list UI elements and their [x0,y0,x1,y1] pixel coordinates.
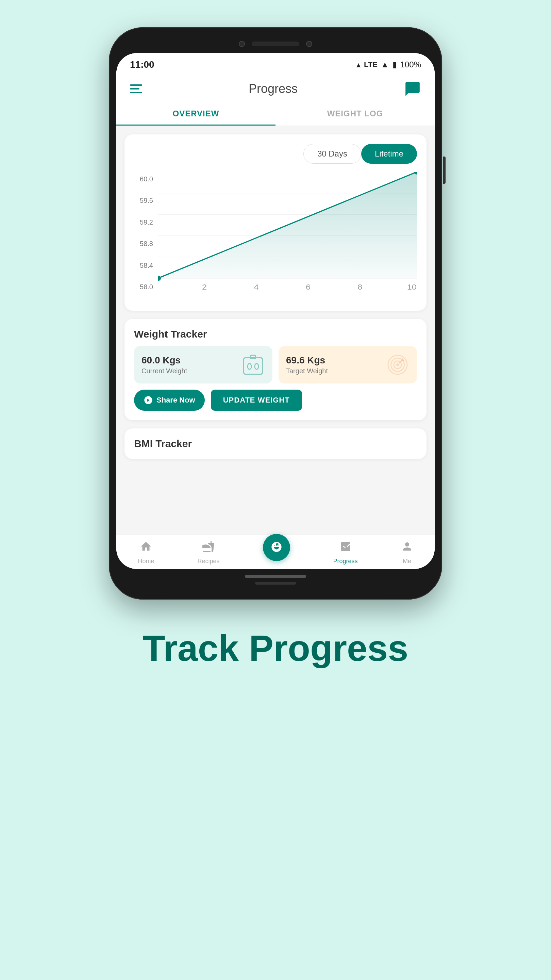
battery-icon: ▮ [392,60,397,69]
phone-body: 11:00 ▴ LTE ▲ ▮ 100% Progress [109,27,442,600]
menu-button[interactable] [130,84,142,93]
me-label: Me [403,558,411,565]
nav-item-progress[interactable]: Progress [333,540,357,565]
y-label-60: 60.0 [134,175,153,183]
marketing-title: Track Progress [143,627,408,669]
svg-text:6: 6 [306,283,311,291]
wifi-icon: ▴ [356,60,360,69]
weight-tracker-title: Weight Tracker [134,328,417,340]
share-now-button[interactable]: Share Now [134,390,205,411]
phone-bottom [116,569,435,589]
status-icons: ▴ LTE ▲ ▮ 100% [356,60,421,69]
current-weight-label: Current Weight [141,367,187,375]
lifetime-button[interactable]: Lifetime [361,144,417,164]
bottom-navigation: Home Recipes Progress [116,535,435,569]
recipes-icon [202,540,214,556]
tab-bar: OVERVIEW WEIGHT LOG [116,103,435,126]
time-range-selector: 30 Days Lifetime [134,144,417,164]
svg-rect-15 [243,358,263,374]
lte-label: LTE [364,60,378,69]
bmi-tracker-card: BMI Tracker [124,428,427,459]
chart-card: 30 Days Lifetime 60.0 59.6 59.2 58.8 58.… [124,134,427,311]
status-bar: 11:00 ▴ LTE ▲ ▮ 100% [116,53,435,73]
tab-overview[interactable]: OVERVIEW [116,103,275,126]
chart-plot-area: 2 4 6 8 10 [158,172,417,301]
nav-item-recipes[interactable]: Recipes [197,540,219,565]
svg-text:2: 2 [202,283,207,291]
chin-bar [255,582,296,585]
progress-icon [340,540,352,556]
svg-text:10: 10 [407,283,417,291]
svg-text:4: 4 [254,283,259,291]
nav-item-me[interactable]: Me [401,540,413,565]
camera-dot-left [239,41,245,47]
recipes-label: Recipes [197,558,219,565]
app-header: Progress [116,73,435,103]
chart-y-axis: 60.0 59.6 59.2 58.8 58.4 58.0 [134,172,158,301]
page-title-header: Progress [249,82,298,96]
y-label-584: 58.4 [134,262,153,269]
home-indicator [245,575,306,578]
home-label: Home [138,558,154,565]
current-weight-value: 60.0 Kgs [141,355,187,366]
30-days-button[interactable]: 30 Days [303,144,361,164]
target-weight-box: 69.6 Kgs Target Weight [279,346,417,383]
action-row: Share Now UPDATE WEIGHT [134,390,417,411]
weight-tracker-card: Weight Tracker 60.0 Kgs Current Weight [124,319,427,420]
svg-point-8 [158,275,161,281]
chart-svg: 2 4 6 8 10 [158,172,417,301]
target-weight-text: 69.6 Kgs Target Weight [286,355,328,375]
weight-chart: 60.0 59.6 59.2 58.8 58.4 58.0 [134,172,417,301]
speaker-bar [252,41,299,46]
status-time: 11:00 [130,59,154,70]
svg-point-18 [255,364,259,369]
y-label-58: 58.0 [134,283,153,291]
phone-device: 11:00 ▴ LTE ▲ ▮ 100% Progress [109,27,442,600]
camera-dot-right [306,41,312,47]
bmi-tracker-title: BMI Tracker [134,438,417,450]
target-weight-label: Target Weight [286,367,328,375]
phone-screen: 11:00 ▴ LTE ▲ ▮ 100% Progress [116,53,435,569]
weight-info-row: 60.0 Kgs Current Weight [134,346,417,383]
svg-point-22 [396,363,399,366]
svg-text:8: 8 [357,283,362,291]
nav-item-center[interactable] [263,544,290,561]
signal-icon: ▲ [381,60,389,69]
share-now-label: Share Now [156,396,195,404]
chat-icon[interactable] [404,80,421,97]
phone-top-notch [116,37,435,53]
nav-item-home[interactable]: Home [138,540,154,565]
share-icon [143,395,153,405]
me-icon [401,540,413,556]
side-button [443,156,446,184]
update-weight-button[interactable]: UPDATE WEIGHT [211,390,302,411]
current-weight-text: 60.0 Kgs Current Weight [141,355,187,375]
home-icon [140,540,152,556]
y-label-596: 59.6 [134,197,153,205]
target-icon [386,353,410,377]
current-weight-box: 60.0 Kgs Current Weight [134,346,272,383]
main-content: 30 Days Lifetime 60.0 59.6 59.2 58.8 58.… [116,126,435,535]
y-label-588: 58.8 [134,240,153,248]
tab-weight-log[interactable]: WEIGHT LOG [275,103,435,126]
center-active-icon [263,534,290,561]
battery-percent: 100% [400,60,421,69]
scale-icon [241,353,265,377]
svg-point-17 [248,364,251,369]
y-label-592: 59.2 [134,218,153,226]
progress-label: Progress [333,558,357,565]
target-weight-value: 69.6 Kgs [286,355,328,366]
